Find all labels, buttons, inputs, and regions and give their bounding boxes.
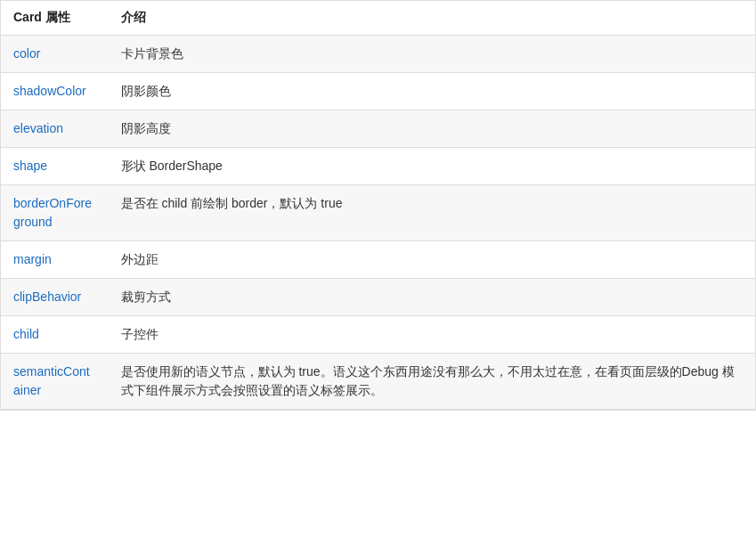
col-property-header: Card 属性: [1, 1, 109, 36]
property-name: child: [1, 316, 109, 354]
property-name: borderOnForeground: [1, 185, 109, 241]
table-row: elevation阴影高度: [1, 110, 755, 148]
property-description: 子控件: [109, 316, 755, 354]
property-description: 形状 BorderShape: [109, 148, 755, 185]
table-row: color卡片背景色: [1, 36, 755, 73]
table-row: margin外边距: [1, 241, 755, 279]
property-description: 是否使用新的语义节点，默认为 true。语义这个东西用途没有那么大，不用太过在意…: [109, 354, 755, 410]
properties-table: Card 属性 介绍 color卡片背景色shadowColor阴影颜色elev…: [0, 0, 756, 411]
property-description: 阴影颜色: [109, 73, 755, 110]
property-name: margin: [1, 241, 109, 279]
table-header-row: Card 属性 介绍: [1, 1, 755, 36]
property-description: 外边距: [109, 241, 755, 279]
property-name: shape: [1, 148, 109, 185]
property-name: semanticContainer: [1, 354, 109, 410]
property-name: color: [1, 36, 109, 73]
col-description-header: 介绍: [109, 1, 755, 36]
table-row: clipBehavior裁剪方式: [1, 279, 755, 316]
table-row: semanticContainer是否使用新的语义节点，默认为 true。语义这…: [1, 354, 755, 410]
table-row: child子控件: [1, 316, 755, 354]
table-row: borderOnForeground是否在 child 前绘制 border，默…: [1, 185, 755, 241]
property-description: 阴影高度: [109, 110, 755, 148]
table-row: shape形状 BorderShape: [1, 148, 755, 185]
property-description: 卡片背景色: [109, 36, 755, 73]
property-description: 是否在 child 前绘制 border，默认为 true: [109, 185, 755, 241]
property-name: shadowColor: [1, 73, 109, 110]
property-name: clipBehavior: [1, 279, 109, 316]
property-description: 裁剪方式: [109, 279, 755, 316]
property-name: elevation: [1, 110, 109, 148]
table-row: shadowColor阴影颜色: [1, 73, 755, 110]
